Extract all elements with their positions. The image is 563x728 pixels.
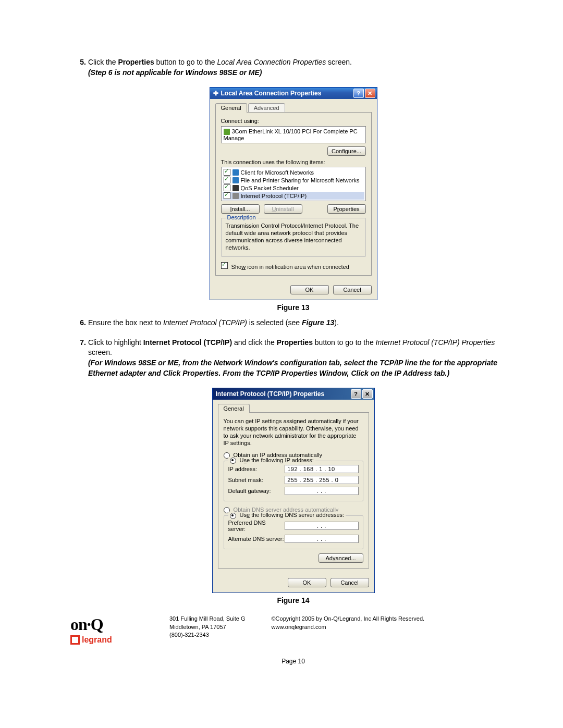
step-6-figref: Figure 13: [302, 318, 334, 327]
list-item: Client for Microsoft Networks: [241, 169, 314, 176]
subnet-mask-field[interactable]: 255 . 255 . 255 . 0: [285, 476, 358, 484]
step-7: 7. Click to highlight Internet Protocol …: [70, 338, 516, 378]
ip-address-label: IP address:: [228, 466, 285, 472]
step-5: 5. Click the Properties button to go to …: [70, 57, 516, 78]
figure-14-caption: Figure 14: [70, 596, 516, 604]
nic-icon: [224, 129, 230, 135]
step-7-italic: Internet Protocol (TCP/IP) Properties: [376, 338, 495, 347]
checkbox[interactable]: [224, 177, 230, 183]
checkbox[interactable]: [224, 184, 230, 191]
address-line2: Middletown, PA 17057: [169, 624, 226, 630]
alternate-dns-field[interactable]: . . .: [285, 535, 358, 543]
close-button[interactable]: ✕: [362, 389, 373, 399]
description-legend: Description: [226, 214, 258, 220]
step-6-text: Ensure the box next to: [88, 318, 163, 327]
page-number: Page 10: [70, 658, 516, 665]
configure-button[interactable]: Configure...: [327, 146, 366, 156]
step-num: 7.: [70, 338, 86, 348]
cancel-button[interactable]: Cancel: [333, 285, 372, 294]
step-7-note: (For Windows 98SE or ME, from the Networ…: [88, 359, 497, 377]
adapter-field: 3Com EtherLink XL 10/100 PCI For Complet…: [221, 126, 366, 143]
tcpip-properties-dialog: Internet Protocol (TCP/IP) Properties ? …: [212, 388, 375, 593]
address-line3: (800)-321-2343: [169, 632, 209, 638]
dialog-title: Internet Protocol (TCP/IP) Properties: [216, 390, 350, 398]
subnet-mask-label: Subnet mask:: [228, 477, 285, 483]
address-column: 301 Fulling Mill Road, Suite G Middletow…: [169, 615, 246, 639]
preferred-dns-label: Preferred DNS server:: [228, 520, 285, 532]
service-icon: [232, 169, 239, 176]
step-5-italic: Local Area Connection Properties: [217, 58, 326, 66]
website-text: www.onqlegrand.com: [272, 624, 326, 630]
step-5-post: screen.: [326, 58, 352, 66]
step-5-note: (Step 6 is not applicable for Windows 98…: [88, 68, 262, 77]
help-button[interactable]: ?: [353, 89, 364, 98]
titlebar: Internet Protocol (TCP/IP) Properties ? …: [213, 388, 374, 400]
manual-dns-legend: Use the following DNS server addresses:: [228, 512, 346, 519]
step-7-post: screen.: [88, 348, 112, 356]
step-5-bold: Properties: [118, 58, 154, 66]
footer: on·Q legrand 301 Fulling Mill Road, Suit…: [70, 615, 516, 645]
step-6-post: ).: [334, 318, 339, 327]
step-5-mid: button to go to the: [154, 58, 217, 66]
default-gateway-label: Default gateway:: [228, 488, 285, 494]
step-5-text: Click the: [88, 58, 118, 66]
tab-advanced[interactable]: Advanced: [248, 103, 285, 113]
dialog-title: Local Area Connection Properties: [221, 90, 352, 97]
legrand-square-icon: [70, 635, 80, 645]
legrand-logo: legrand: [70, 635, 169, 645]
step-6-italic: Internet Protocol (TCP/IP): [163, 318, 247, 327]
titlebar: ✚ Local Area Connection Properties ? ✕: [210, 88, 377, 99]
ip-address-field[interactable]: 192 . 168 . 1 . 10: [285, 465, 358, 473]
protocol-icon: [232, 193, 239, 199]
description-text: Transmission Control Protocol/Internet P…: [226, 223, 361, 251]
onq-logo: on·Q: [70, 615, 169, 634]
manual-ip-legend: Use the following IP address:: [228, 457, 315, 464]
properties-button[interactable]: Properties: [327, 204, 366, 214]
service-icon: [232, 177, 239, 183]
ok-button[interactable]: OK: [290, 285, 329, 294]
step-7-mid2: button to go to the: [313, 338, 376, 347]
list-item: QoS Packet Scheduler: [241, 185, 299, 191]
ok-button[interactable]: OK: [288, 578, 326, 587]
items-label: This connection uses the following items…: [221, 159, 366, 165]
checkbox[interactable]: [224, 192, 230, 199]
install-button[interactable]: Install...: [221, 204, 260, 214]
step-7-mid1data : and click the: [232, 338, 277, 347]
plus-icon: ✚: [213, 90, 218, 97]
default-gateway-field[interactable]: . . .: [285, 487, 358, 495]
step-6: 6. Ensure the box next to Internet Proto…: [70, 318, 516, 328]
close-button[interactable]: ✕: [365, 89, 375, 98]
logo-area: on·Q legrand: [70, 615, 169, 645]
alternate-dns-label: Alternate DNS server:: [228, 536, 285, 542]
tabs: General Advanced: [215, 103, 372, 113]
address-line1: 301 Fulling Mill Road, Suite G: [169, 615, 246, 622]
figure-13-caption: Figure 13: [70, 303, 516, 312]
tab-general[interactable]: General: [215, 103, 247, 113]
show-icon-label: Show icon in notification area when conn…: [231, 264, 349, 270]
preferred-dns-field[interactable]: . . .: [285, 522, 358, 530]
step-7-text: Click to highlight: [88, 338, 143, 347]
uninstall-button[interactable]: Uninstall: [264, 204, 302, 214]
description-group: Description Transmission Control Protoco…: [221, 218, 366, 257]
list-item-tcpip: Internet Protocol (TCP/IP): [241, 193, 307, 199]
list-item: File and Printer Sharing for Microsoft N…: [241, 177, 360, 183]
cancel-button[interactable]: Cancel: [331, 578, 369, 587]
advanced-button[interactable]: Advanced...: [319, 553, 363, 563]
checkbox[interactable]: [224, 169, 230, 176]
help-button[interactable]: ?: [351, 389, 361, 399]
adapter-text: 3Com EtherLink XL 10/100 PCI For Complet…: [224, 128, 358, 141]
step-7-bold2: Properties: [277, 338, 313, 347]
legrand-word: legrand: [82, 635, 112, 645]
tab-general[interactable]: General: [218, 404, 250, 413]
radio-manual-dns[interactable]: [230, 513, 236, 519]
show-icon-checkbox[interactable]: [221, 262, 228, 269]
step-7-bold1: Internet Protocol (TCP/IP): [143, 338, 232, 347]
step-num: 6.: [70, 318, 86, 328]
radio-manual-ip[interactable]: [230, 458, 236, 464]
connect-using-label: Connect using:: [221, 118, 366, 124]
copyright-column: ©Copyright 2005 by On-Q/Legrand, Inc All…: [272, 615, 425, 639]
step-6-mid: is selected (see: [247, 318, 302, 327]
lac-properties-dialog: ✚ Local Area Connection Properties ? ✕ G…: [210, 87, 377, 300]
step-num: 5.: [70, 57, 86, 68]
items-list[interactable]: Client for Microsoft Networks File and P…: [221, 167, 366, 201]
